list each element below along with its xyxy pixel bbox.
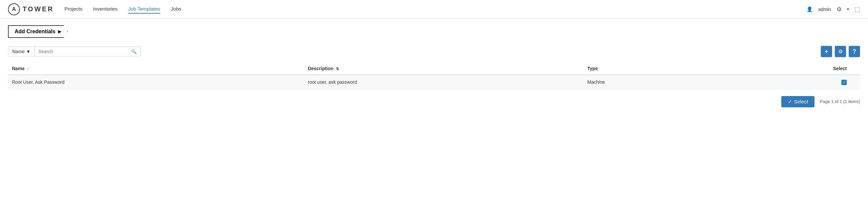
- nav-projects[interactable]: Projects: [64, 5, 83, 13]
- col-name[interactable]: Name ↑: [8, 62, 304, 75]
- cell-description: root user, ask password: [304, 75, 583, 89]
- table-body: Root User, Ask Password root user, ask p…: [8, 75, 860, 89]
- select-label: Select: [794, 99, 808, 104]
- col-name-sort: ↑: [27, 67, 29, 71]
- add-icon: +: [825, 48, 829, 55]
- display-icon[interactable]: ▪: [847, 6, 849, 12]
- nav-jobs[interactable]: Jobs: [171, 5, 181, 13]
- add-credentials-arrow: ▶: [58, 29, 61, 34]
- search-row: Name ▼ 🔍 + ⊙ ?: [8, 46, 860, 57]
- add-credentials-label: Add Credentials: [14, 29, 56, 35]
- select-button[interactable]: ✓ Select: [781, 96, 815, 107]
- cell-select[interactable]: ✓: [709, 75, 860, 89]
- nav-links: Projects Inventories Job Templates Jobs: [64, 5, 807, 13]
- cell-name: Root User, Ask Password: [8, 75, 304, 89]
- pagination-text: Page 1 of 1 (1 items): [820, 99, 860, 104]
- brand-logo: A: [8, 3, 20, 15]
- nav-inventories[interactable]: Inventories: [93, 5, 117, 13]
- filter-arrow: ▼: [26, 49, 31, 54]
- select-checkmark: ✓: [788, 99, 792, 105]
- nav-job-templates[interactable]: Job Templates: [128, 5, 160, 13]
- add-credentials-button[interactable]: Add Credentials ▶: [8, 25, 68, 38]
- brand-name: TOWER: [23, 5, 54, 13]
- brand: A TOWER: [8, 3, 54, 15]
- search-submit-button[interactable]: 🔍: [128, 47, 140, 56]
- admin-label: admin: [818, 7, 831, 12]
- search-bar: Name ▼ 🔍: [8, 46, 141, 57]
- toolbar-right: + ⊙ ?: [821, 46, 860, 57]
- user-icon: 👤: [807, 6, 813, 12]
- settings-icon[interactable]: ⚙: [836, 6, 842, 13]
- help-icon: ?: [853, 48, 856, 55]
- search-input[interactable]: [35, 47, 128, 56]
- col-select: Select: [709, 62, 860, 75]
- search-icon: 🔍: [131, 49, 137, 54]
- help-button[interactable]: ?: [849, 46, 860, 57]
- navbar: A TOWER Projects Inventories Job Templat…: [0, 0, 868, 19]
- filter-dropdown[interactable]: Name ▼: [8, 47, 35, 56]
- add-button[interactable]: +: [821, 46, 832, 57]
- col-type: Type: [583, 62, 708, 75]
- brand-letter: A: [12, 6, 16, 12]
- table-row: Root User, Ask Password root user, ask p…: [8, 75, 860, 89]
- history-button[interactable]: ⊙: [835, 46, 846, 57]
- credentials-table: Name ↑ Description ⇅ Type Select Root Us…: [8, 62, 860, 89]
- select-checkbox[interactable]: ✓: [841, 80, 847, 85]
- cell-type: Machine: [583, 75, 708, 89]
- navbar-right: 👤 admin ⚙ ▪ ⬚: [807, 6, 860, 13]
- footer-row: ✓ Select Page 1 of 1 (1 items): [8, 96, 860, 107]
- col-desc-sort: ⇅: [336, 67, 339, 71]
- filter-label: Name: [12, 49, 25, 54]
- col-description[interactable]: Description ⇅: [304, 62, 583, 75]
- table-header: Name ↑ Description ⇅ Type Select: [8, 62, 860, 75]
- logout-icon[interactable]: ⬚: [855, 6, 860, 13]
- page-content: Add Credentials ▶ Name ▼ 🔍 + ⊙ ?: [0, 19, 868, 114]
- history-icon: ⊙: [838, 49, 843, 55]
